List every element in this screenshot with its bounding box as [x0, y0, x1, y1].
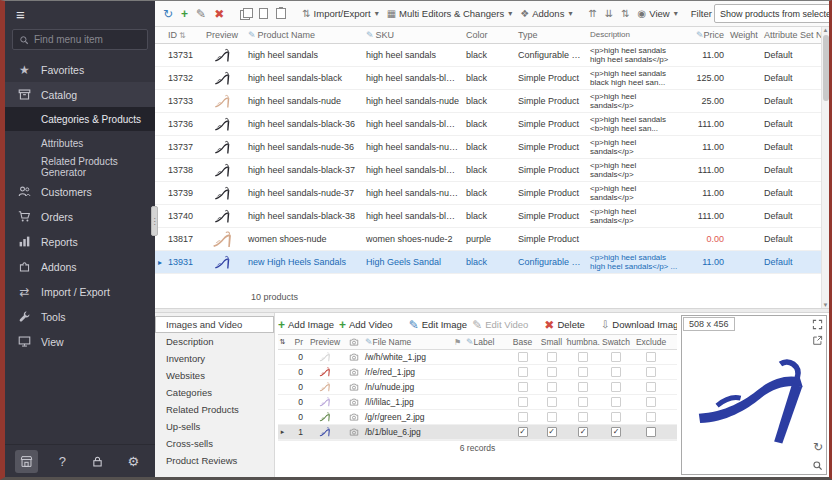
- checkbox-thumbnail[interactable]: [578, 412, 588, 422]
- checkbox-small[interactable]: [547, 397, 557, 407]
- column-header-label[interactable]: ✎Label: [464, 337, 508, 347]
- column-header-description[interactable]: Description: [587, 30, 683, 40]
- hamburger-menu-button[interactable]: ≡: [5, 1, 155, 27]
- rotate-icon[interactable]: ↻: [813, 440, 823, 454]
- sidebar-item-reports[interactable]: Reports: [5, 229, 155, 254]
- edit-product-button[interactable]: ✎: [193, 6, 209, 22]
- column-header-id[interactable]: ID⇅: [165, 30, 199, 40]
- checkbox-exclude[interactable]: [646, 412, 656, 422]
- panel-splitter-handle[interactable]: ⋮: [151, 206, 158, 236]
- checkbox-thumbnail[interactable]: [578, 427, 588, 437]
- checkbox-base[interactable]: [518, 367, 528, 377]
- sort-button[interactable]: ⇅: [618, 7, 632, 21]
- table-row[interactable]: 13737 high heel sandals-nude-36 high hee…: [155, 136, 821, 159]
- checkbox-base[interactable]: [518, 427, 528, 437]
- addons-menu[interactable]: ❖ Addons ▾: [517, 6, 575, 21]
- checkbox-swatch[interactable]: [611, 352, 621, 362]
- checkbox-small[interactable]: [547, 367, 557, 377]
- download-image-button[interactable]: ⇩Download Image: [601, 319, 677, 330]
- paste-button[interactable]: [273, 6, 289, 21]
- column-header-weight[interactable]: Weight: [727, 30, 761, 40]
- checkbox-swatch[interactable]: [611, 427, 621, 437]
- duplicate-button[interactable]: [256, 6, 271, 21]
- checkbox-thumbnail[interactable]: [578, 367, 588, 377]
- tab-images-and-video[interactable]: Images and Video: [155, 316, 274, 333]
- checkbox-exclude[interactable]: [646, 427, 656, 437]
- image-row[interactable]: 0 /w/h/white_1.jpg: [278, 350, 677, 365]
- column-header-color[interactable]: Color: [463, 30, 515, 40]
- checkbox-thumbnail[interactable]: [578, 397, 588, 407]
- sidebar-item-addons[interactable]: Addons: [5, 254, 155, 279]
- column-header-type[interactable]: Type: [515, 30, 587, 40]
- tab-categories[interactable]: Categories: [155, 384, 274, 401]
- checkbox-small[interactable]: [547, 412, 557, 422]
- checkbox-thumbnail[interactable]: [578, 382, 588, 392]
- checkbox-exclude[interactable]: [646, 367, 656, 377]
- column-header-attribute-set[interactable]: Attribute Set Name: [761, 30, 821, 40]
- tab-up-sells[interactable]: Up-sells: [155, 418, 274, 435]
- column-header-small[interactable]: Small: [537, 337, 566, 347]
- sidebar-item-import-export[interactable]: ⇄ Import / Export: [5, 279, 155, 304]
- table-row-selected[interactable]: ▸ 13931 new High Heels Sandals High Geel…: [155, 251, 821, 274]
- checkbox-small[interactable]: [547, 382, 557, 392]
- sidebar-item-customers[interactable]: Customers: [5, 179, 155, 204]
- add-video-button[interactable]: +Add Video: [339, 319, 393, 331]
- sidebar-search-input[interactable]: [34, 34, 141, 45]
- checkbox-base[interactable]: [518, 352, 528, 362]
- checkbox-exclude[interactable]: [646, 382, 656, 392]
- scroll-down-icon[interactable]: ▼: [823, 302, 829, 308]
- column-header-sku[interactable]: ✎SKU: [363, 30, 463, 40]
- column-header-product-name[interactable]: ✎Product Name: [245, 30, 363, 40]
- checkbox-base[interactable]: [518, 382, 528, 392]
- checkbox-exclude[interactable]: [646, 397, 656, 407]
- vertical-scrollbar[interactable]: ▲ ▼: [821, 27, 829, 308]
- sidebar-item-favorites[interactable]: ★ Favorites: [5, 57, 155, 82]
- gear-icon[interactable]: ⚙: [122, 450, 145, 473]
- table-row[interactable]: 13732 high heel sandals-black high heel …: [155, 67, 821, 90]
- checkbox-exclude[interactable]: [646, 352, 656, 362]
- table-row[interactable]: 13733 high heel sandals-nude high heel s…: [155, 90, 821, 113]
- add-image-button[interactable]: +Add Image: [278, 319, 334, 331]
- sidebar-item-categories-products[interactable]: Categories & Products: [5, 107, 155, 131]
- filter-select[interactable]: Show products from selected categories ▾: [714, 4, 829, 23]
- store-icon[interactable]: [15, 450, 38, 473]
- scrollbar-thumb[interactable]: [823, 35, 829, 101]
- tab-description[interactable]: Description: [155, 333, 274, 350]
- image-row[interactable]: 0 /g/r/green_2.jpg: [278, 410, 677, 425]
- tab-websites[interactable]: Websites: [155, 367, 274, 384]
- column-header-thumbnail[interactable]: Thumbna...: [566, 337, 600, 347]
- copy-button[interactable]: [237, 6, 254, 21]
- sidebar-item-tools[interactable]: Tools: [5, 304, 155, 329]
- table-row[interactable]: 13736 high heel sandals-black-36 high he…: [155, 113, 821, 136]
- tab-product-reviews[interactable]: Product Reviews: [155, 452, 274, 469]
- sidebar-item-catalog[interactable]: Catalog: [5, 82, 155, 107]
- delete-image-button[interactable]: ✖Delete: [544, 319, 585, 331]
- zoom-icon[interactable]: [812, 460, 823, 471]
- column-header-price[interactable]: ✎Price: [683, 30, 727, 40]
- table-row[interactable]: 13740 high heel sandals-black-38 high he…: [155, 205, 821, 228]
- external-link-icon[interactable]: [812, 335, 823, 346]
- move-down-button[interactable]: ⇊: [602, 7, 616, 21]
- checkbox-small[interactable]: [547, 352, 557, 362]
- image-row-selected[interactable]: ▸ 1 /b/1/blue_6.jpg: [278, 425, 677, 440]
- view-menu[interactable]: ◉ View ▾: [635, 6, 681, 21]
- column-header-position[interactable]: Pr: [287, 337, 305, 347]
- tab-related-products[interactable]: Related Products: [155, 401, 274, 418]
- lock-icon[interactable]: [86, 450, 109, 473]
- move-up-button[interactable]: ⇈: [585, 7, 599, 21]
- checkbox-base[interactable]: [518, 397, 528, 407]
- column-header-base[interactable]: Base: [508, 337, 537, 347]
- checkbox-small[interactable]: [547, 427, 557, 437]
- scroll-up-icon[interactable]: ▲: [823, 27, 829, 33]
- table-row[interactable]: 13817 women shoes-nude women shoes-nude-…: [155, 228, 821, 251]
- image-row[interactable]: 0 /n/u/nude.jpg: [278, 380, 677, 395]
- add-product-button[interactable]: +: [178, 6, 191, 22]
- checkbox-swatch[interactable]: [611, 412, 621, 422]
- column-header-preview[interactable]: Preview: [199, 30, 245, 40]
- checkbox-swatch[interactable]: [611, 367, 621, 377]
- sidebar-item-attributes[interactable]: Attributes: [5, 131, 155, 155]
- tab-cross-sells[interactable]: Cross-sells: [155, 435, 274, 452]
- refresh-button[interactable]: ↻: [160, 6, 176, 22]
- import-export-menu[interactable]: ⇅ Import/Export ▾: [299, 6, 381, 21]
- tab-inventory[interactable]: Inventory: [155, 350, 274, 367]
